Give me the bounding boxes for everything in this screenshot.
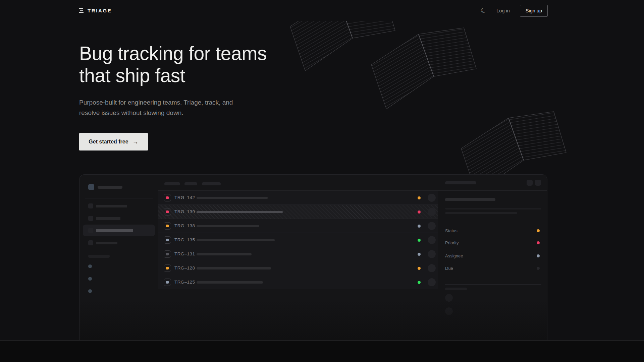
issue-checkbox-icon[interactable]	[164, 250, 171, 258]
sidebar-divider	[85, 252, 153, 252]
detail-action-icon[interactable]	[527, 180, 533, 186]
login-link[interactable]: Log in	[496, 8, 510, 13]
comment-avatar	[445, 294, 453, 302]
detail-divider	[445, 221, 541, 221]
issue-row[interactable]: TRG–135	[158, 233, 438, 247]
issue-checkbox-icon[interactable]	[164, 222, 171, 230]
sidebar-item-3-active[interactable]	[83, 225, 155, 236]
detail-heading-skeleton	[445, 198, 495, 201]
comments-label-skeleton	[445, 288, 467, 290]
hero-title-line2: that ship fast	[79, 65, 185, 86]
arrow-right-icon: →	[132, 138, 139, 145]
workspace-icon[interactable]	[88, 184, 94, 190]
sidebar-item-2[interactable]	[83, 213, 155, 224]
sidebar-avatar-dot[interactable]	[88, 289, 92, 293]
workspace-name-skeleton	[98, 186, 122, 189]
sidebar-divider	[85, 198, 153, 198]
status-dot	[418, 239, 421, 242]
issue-row[interactable]: TRG–131	[158, 247, 438, 261]
sidebar-item-icon	[88, 203, 93, 208]
signup-button[interactable]: Sign up	[520, 5, 548, 17]
sidebar-item-skeleton	[96, 205, 127, 207]
hero-title: Bug tracking for teams that ship fast	[79, 42, 267, 86]
detail-title-skeleton	[445, 181, 476, 184]
issue-row[interactable]: TRG–125	[158, 275, 438, 289]
comment-avatar	[445, 307, 453, 315]
issue-id: TRG–125	[174, 280, 195, 285]
detail-action-icon[interactable]	[535, 180, 541, 186]
sidebar-item-icon	[88, 216, 93, 221]
issue-row[interactable]: TRG–138	[158, 219, 438, 233]
sidebar-item-skeleton	[96, 217, 120, 220]
property-row-assignee[interactable]: Assignee	[445, 253, 541, 259]
assignee-avatar[interactable]	[428, 264, 436, 272]
sidebar-avatar-dot[interactable]	[88, 264, 92, 268]
brand[interactable]: TRIAGE	[79, 8, 112, 13]
assignee-avatar[interactable]	[428, 250, 436, 258]
issue-list-panel: TRG–142 TRG–139 TRG–138 TRG–135	[158, 175, 438, 340]
issue-row-selected[interactable]: TRG–139	[158, 205, 438, 219]
property-row-status[interactable]: Status	[445, 228, 541, 234]
issue-title-skeleton	[197, 253, 252, 255]
property-label: Status	[445, 228, 458, 233]
sidebar-item-4[interactable]	[83, 237, 155, 249]
issue-title-skeleton	[197, 197, 268, 199]
issue-checkbox-icon[interactable]	[164, 279, 171, 286]
issue-row[interactable]: TRG–142	[158, 191, 438, 205]
get-started-button[interactable]: Get started free →	[79, 133, 148, 150]
brand-name: TRIAGE	[88, 8, 112, 13]
list-toolbar	[158, 175, 438, 191]
issue-checkbox-icon[interactable]	[164, 208, 171, 216]
sidebar-item-1[interactable]	[83, 200, 155, 212]
property-row-due[interactable]: Due	[445, 265, 541, 272]
mockup-sidebar	[79, 175, 158, 340]
assignee-avatar[interactable]	[428, 194, 436, 202]
hero-subtitle: Purpose-built for engineering teams. Tri…	[79, 97, 240, 118]
detail-text-skeleton	[445, 212, 517, 214]
property-label: Assignee	[445, 253, 463, 258]
due-value-dot	[537, 267, 540, 270]
status-dot	[418, 196, 421, 199]
issue-row[interactable]: TRG–128	[158, 261, 438, 275]
status-dot	[418, 281, 421, 284]
wireframe-decoration	[278, 0, 600, 174]
issue-title-skeleton	[197, 267, 271, 269]
issue-checkbox-icon[interactable]	[164, 236, 171, 244]
status-dot	[418, 225, 421, 228]
issue-title-skeleton	[197, 225, 259, 227]
sidebar-avatar-dot[interactable]	[88, 277, 92, 281]
issue-id: TRG–135	[174, 237, 195, 242]
assignee-avatar[interactable]	[428, 236, 436, 244]
assignee-avatar[interactable]	[428, 222, 436, 230]
status-dot	[418, 253, 421, 256]
issue-id: TRG–138	[174, 223, 195, 228]
issue-detail-panel: Status Priority Assignee Due	[438, 175, 547, 340]
sidebar-item-skeleton	[96, 242, 117, 244]
cta-label: Get started free	[89, 139, 128, 145]
status-value-dot	[537, 229, 540, 232]
property-label: Priority	[445, 240, 459, 245]
issue-id: TRG–142	[174, 195, 195, 200]
status-dot	[418, 210, 421, 214]
issue-id: TRG–131	[174, 251, 195, 256]
tab-skeleton[interactable]	[202, 182, 221, 185]
app-mockup-window: TRG–142 TRG–139 TRG–138 TRG–135	[79, 174, 547, 340]
sidebar-section-skeleton	[88, 255, 110, 258]
issue-title-skeleton	[197, 239, 275, 241]
detail-header	[438, 175, 547, 191]
assignee-avatar[interactable]	[428, 208, 436, 216]
issue-checkbox-icon[interactable]	[164, 264, 171, 272]
tab-skeleton[interactable]	[184, 182, 197, 185]
property-row-priority[interactable]: Priority	[445, 240, 541, 246]
sidebar-item-icon	[88, 228, 93, 233]
issue-checkbox-icon[interactable]	[164, 194, 171, 201]
issue-id: TRG–139	[174, 209, 195, 214]
sidebar-item-icon	[88, 240, 93, 245]
footer-band	[0, 340, 644, 362]
tab-skeleton[interactable]	[164, 182, 180, 185]
sidebar-item-skeleton	[96, 229, 133, 232]
detail-divider	[445, 284, 541, 285]
top-nav: TRIAGE ☾ Log in Sign up	[0, 0, 644, 21]
assignee-avatar[interactable]	[428, 278, 436, 286]
moon-theme-icon[interactable]: ☾	[480, 6, 487, 14]
